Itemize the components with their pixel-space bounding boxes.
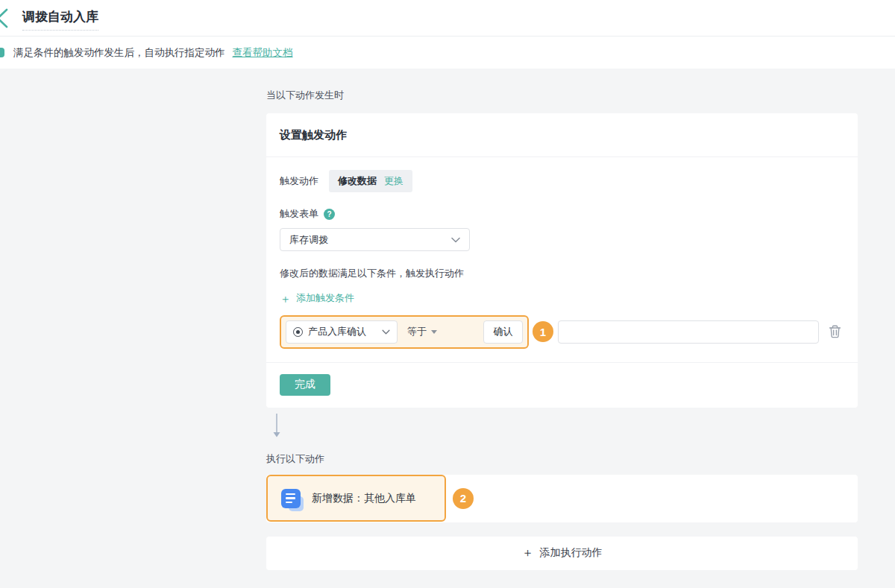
condition-value-box[interactable]: 确认 — [483, 320, 523, 344]
trigger-form-select[interactable]: 库存调拨 — [280, 228, 470, 251]
condition-extra-input[interactable] — [558, 320, 819, 344]
add-execute-action-label: 添加执行动作 — [540, 546, 603, 560]
chevron-down-icon — [451, 237, 460, 243]
back-icon[interactable] — [0, 8, 12, 28]
done-button[interactable]: 完成 — [280, 374, 330, 396]
execute-action-text: 新增数据：其他入库单 — [312, 492, 416, 505]
trigger-card: 设置触发动作 触发动作 修改数据 更换 触发表单 ? 库存调拨 修改后 — [266, 113, 858, 408]
trigger-action-label: 触发动作 — [280, 174, 318, 188]
trigger-action-badge: 修改数据 更换 — [329, 170, 412, 192]
main-content: 当以下动作发生时 设置触发动作 触发动作 修改数据 更换 触发表单 ? 库存调拨 — [0, 69, 895, 570]
execute-action-item[interactable]: 新增数据：其他入库单 — [266, 475, 446, 522]
chevron-down-icon — [382, 329, 390, 335]
plus-icon: ＋ — [280, 293, 291, 304]
flow-arrow-icon — [271, 413, 858, 439]
trigger-form-value: 库存调拨 — [289, 233, 328, 247]
trigger-form-label-row: 触发表单 ? — [280, 207, 844, 221]
condition-row: 产品入库确认 等于 确认 1 — [280, 315, 844, 349]
condition-operator-select[interactable]: 等于 — [407, 325, 437, 338]
annotation-badge-2: 2 — [453, 488, 474, 509]
add-condition-label: 添加触发条件 — [296, 291, 354, 305]
radio-icon — [293, 327, 303, 337]
plus-icon: ＋ — [522, 546, 534, 561]
top-header: 调拨自动入库 — [0, 0, 895, 37]
caret-down-icon — [431, 330, 437, 334]
trash-icon[interactable] — [829, 325, 841, 338]
add-execute-action-button[interactable]: ＋ 添加执行动作 — [266, 537, 858, 570]
page-title: 调拨自动入库 — [22, 10, 98, 31]
trigger-action-row: 触发动作 修改数据 更换 — [280, 170, 844, 192]
trigger-section-label: 当以下动作发生时 — [266, 89, 858, 102]
trigger-form-label: 触发表单 — [280, 207, 318, 221]
tip-icon — [0, 48, 4, 57]
notice-text: 满足条件的触发动作发生后，自动执行指定动作 — [13, 46, 225, 60]
condition-operator-value: 等于 — [407, 325, 427, 338]
new-data-icon — [281, 489, 301, 508]
help-icon[interactable]: ? — [324, 209, 335, 220]
trigger-action-value: 修改数据 — [338, 174, 377, 188]
change-trigger-link[interactable]: 更换 — [384, 174, 403, 188]
condition-annotation-box: 产品入库确认 等于 确认 — [280, 315, 529, 349]
execute-section-label: 执行以下动作 — [266, 452, 858, 466]
annotation-badge-1: 1 — [533, 321, 553, 342]
condition-field-value: 产品入库确认 — [308, 325, 366, 338]
notice-bar: 满足条件的触发动作发生后，自动执行指定动作 查看帮助文档 — [0, 37, 895, 69]
condition-hint: 修改后的数据满足以下条件，触发执行动作 — [280, 267, 844, 280]
execute-action-card: 新增数据：其他入库单 2 — [266, 475, 858, 522]
trigger-card-title: 设置触发动作 — [266, 113, 858, 157]
help-doc-link[interactable]: 查看帮助文档 — [233, 46, 293, 60]
add-condition-link[interactable]: ＋ 添加触发条件 — [280, 291, 354, 305]
condition-field-select[interactable]: 产品入库确认 — [286, 320, 398, 344]
